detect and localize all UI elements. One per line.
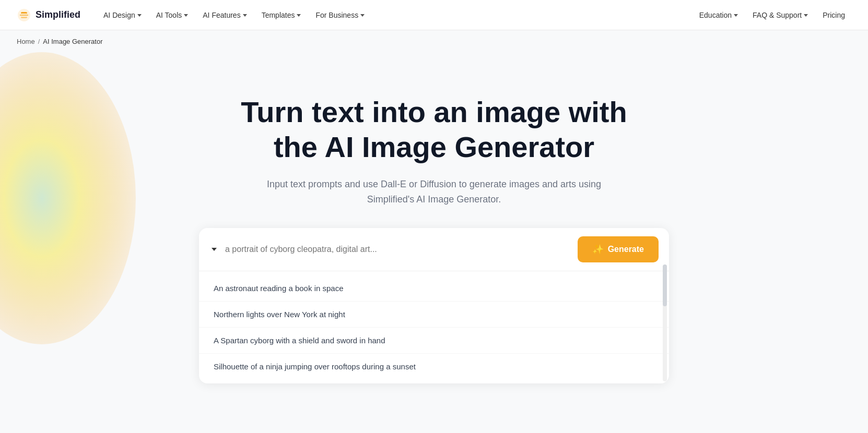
suggestion-item[interactable]: Northern lights over New York at night — [199, 302, 669, 328]
wand-icon: ✨ — [592, 244, 604, 255]
chevron-down-icon — [804, 14, 808, 17]
suggestion-item[interactable]: An astronaut reading a book in space — [199, 275, 669, 302]
nav-item-ai-features[interactable]: AI Features — [196, 7, 253, 23]
breadcrumb-current: AI Image Generator — [43, 38, 102, 45]
breadcrumb-separator: / — [38, 38, 40, 45]
hero-section: Turn text into an image with the AI Imag… — [0, 53, 868, 383]
generator-input-row: ✨ Generate — [199, 228, 669, 271]
breadcrumb: Home / AI Image Generator — [0, 30, 868, 53]
nav-item-ai-tools[interactable]: AI Tools — [150, 7, 195, 23]
scrollbar-track — [663, 264, 667, 381]
generate-button[interactable]: ✨ Generate — [578, 236, 659, 262]
breadcrumb-home[interactable]: Home — [17, 38, 35, 45]
hero-title: Turn text into an image with the AI Imag… — [220, 94, 648, 164]
scrollbar-thumb[interactable] — [663, 264, 667, 306]
expand-button[interactable] — [209, 245, 219, 253]
prompt-input[interactable] — [225, 245, 571, 254]
nav-left: AI Design AI Tools AI Features Templates… — [97, 7, 693, 23]
nav-right: Education FAQ & Support Pricing — [693, 7, 851, 23]
nav-item-faq-support[interactable]: FAQ & Support — [746, 7, 814, 23]
suggestion-item[interactable]: Silhouette of a ninja jumping over rooft… — [199, 354, 669, 379]
navbar: Simplified AI Design AI Tools AI Feature… — [0, 0, 868, 30]
logo-icon — [17, 8, 31, 22]
nav-item-education[interactable]: Education — [693, 7, 744, 23]
chevron-down-icon — [360, 14, 365, 17]
nav-item-for-business[interactable]: For Business — [309, 7, 371, 23]
logo-text: Simplified — [36, 9, 80, 20]
suggestions-list: An astronaut reading a book in space Nor… — [199, 271, 669, 383]
hero-subtitle: Input text prompts and use Dall-E or Dif… — [256, 177, 612, 207]
generator-container: ✨ Generate An astronaut reading a book i… — [199, 228, 669, 383]
suggestion-item[interactable]: A Spartan cyborg with a shield and sword… — [199, 328, 669, 354]
nav-item-templates[interactable]: Templates — [255, 7, 308, 23]
nav-item-ai-design[interactable]: AI Design — [97, 7, 148, 23]
chevron-down-icon — [184, 14, 188, 17]
chevron-down-icon — [212, 248, 217, 251]
chevron-down-icon — [243, 14, 247, 17]
logo[interactable]: Simplified — [17, 8, 80, 22]
chevron-down-icon — [734, 14, 738, 17]
chevron-down-icon — [137, 14, 142, 17]
chevron-down-icon — [297, 14, 301, 17]
nav-item-pricing[interactable]: Pricing — [816, 7, 851, 23]
